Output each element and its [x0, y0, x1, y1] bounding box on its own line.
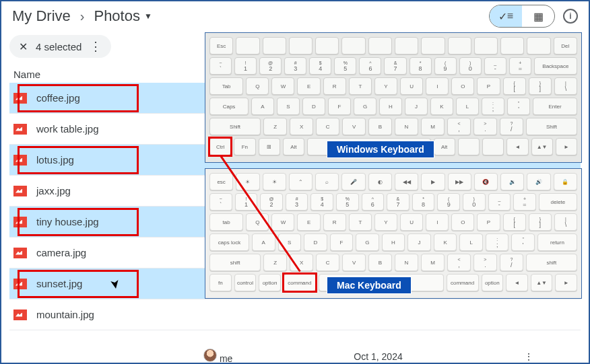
keyboard-key: fn: [209, 274, 232, 291]
keyboard-key: }]: [529, 77, 552, 95]
windows-keyboard: EscDel~`!1@2#3$4%5^6&7*8(9)0_-+=Backspac…: [205, 32, 582, 163]
keyboard-key: L: [459, 233, 483, 251]
row-more-button[interactable]: ⋮: [524, 351, 533, 362]
breadcrumb-current-label: Photos: [94, 7, 140, 25]
image-file-icon: [13, 155, 27, 166]
owner-label: me: [220, 353, 232, 364]
file-name: jaxx.jpg: [36, 185, 71, 196]
file-name: mountain.jpg: [36, 309, 94, 320]
keyboard-key: ▲▼: [531, 138, 553, 155]
keyboard-key: ☀: [263, 173, 286, 190]
keyboard-key: !1: [235, 193, 258, 211]
keyboard-key: N: [395, 118, 418, 135]
file-name: tiny house.jpg: [36, 216, 99, 227]
keyboard-key: J: [407, 233, 431, 251]
keyboard-key: Z: [263, 118, 287, 135]
keyboard-key: )0: [463, 193, 486, 211]
caret-down-icon: ▼: [144, 11, 152, 21]
keyboard-key: >.: [473, 254, 497, 271]
keyboard-key: I: [426, 213, 449, 231]
selection-bar: ✕ 4 selected ⋮: [9, 35, 111, 58]
date-label: Oct 1, 2024: [354, 351, 402, 362]
breadcrumb: My Drive › Photos ▼: [12, 7, 152, 25]
info-button[interactable]: i: [563, 9, 578, 24]
check-icon: ✓: [498, 10, 507, 23]
keyboard-key: 🎤: [341, 173, 365, 190]
grid-view-button[interactable]: ▦: [522, 5, 554, 27]
keyboard-key: option: [259, 274, 281, 291]
keyboard-key: @2: [259, 57, 282, 75]
file-name: sunset.jpg: [36, 278, 82, 289]
keyboard-key: #3: [286, 193, 308, 211]
keyboard-key: $4: [310, 193, 333, 211]
keyboard-key: caps lock: [209, 233, 249, 251]
keyboard-key: [448, 37, 471, 54]
file-row[interactable]: mountain.jpg: [9, 299, 581, 330]
keyboard-key: F: [330, 233, 354, 251]
keyboard-key: ⌕: [315, 173, 339, 190]
file-name: camera.jpg: [36, 247, 86, 258]
keyboard-key: D: [302, 98, 325, 115]
keyboard-key: O: [451, 77, 474, 95]
keyboard-key: E: [297, 213, 320, 231]
keyboard-key: F: [328, 98, 351, 115]
keyboard-key: <,: [447, 118, 471, 135]
keyboard-key: ◀◀: [395, 173, 418, 190]
keyboard-key: R: [323, 77, 346, 95]
keyboard-key: *8: [409, 57, 432, 75]
keyboard-key: _-: [484, 57, 506, 75]
keyboard-key: M: [421, 118, 445, 135]
keyboard-key: E: [297, 77, 320, 95]
keyboard-key: ^6: [359, 57, 381, 75]
keyboard-key: I: [426, 77, 449, 95]
keyboard-key: L: [456, 98, 479, 115]
keyboard-key: _-: [488, 193, 511, 211]
keyboard-key: T: [349, 77, 372, 95]
keyboard-key: K: [430, 98, 453, 115]
keyboard-key: )0: [459, 57, 482, 75]
keyboard-key: :;: [482, 98, 504, 115]
keyboard-key: &7: [384, 57, 406, 75]
keyboard-key: shift: [209, 254, 261, 271]
keyboard-key: X: [290, 118, 313, 135]
keyboard-key: {[: [503, 77, 526, 95]
keyboard-key: control: [234, 274, 257, 291]
keyboard-key: ◄: [506, 274, 528, 291]
keyboard-key: (9: [434, 57, 457, 75]
more-actions-button[interactable]: ⋮: [90, 39, 102, 54]
keyboard-key: Q: [246, 77, 269, 95]
keyboard-key: command: [284, 274, 316, 291]
keyboard-key: ►: [556, 138, 577, 155]
file-name: lotus.jpg: [36, 154, 74, 166]
keyboard-key: W: [271, 77, 294, 95]
keyboard-key: V: [342, 254, 366, 271]
keyboard-key: M: [421, 254, 445, 271]
keyboard-key: $4: [309, 57, 331, 75]
keyboard-key: ▶: [421, 173, 445, 190]
keyboard-key: S: [278, 233, 302, 251]
breadcrumb-root[interactable]: My Drive: [12, 7, 71, 25]
keyboard-key: K: [434, 233, 457, 251]
keyboard-key: "': [511, 233, 535, 251]
keyboard-key: Q: [246, 213, 269, 231]
keyboard-key: @2: [260, 193, 283, 211]
keyboard-key: [341, 37, 365, 54]
clear-selection-button[interactable]: ✕: [19, 40, 28, 53]
keyboard-key: B: [368, 254, 392, 271]
file-name: coffee.jpg: [36, 92, 80, 104]
keyboard-key: [263, 37, 286, 54]
keyboard-key: R: [323, 213, 346, 231]
keyboard-key: H: [379, 98, 402, 115]
breadcrumb-current[interactable]: Photos ▼: [94, 7, 152, 25]
keyboard-key: C: [316, 118, 339, 135]
keyboard-key: (9: [437, 193, 460, 211]
keyboard-key: option: [482, 274, 504, 291]
keyboard-key: [458, 138, 480, 155]
grid-icon: ▦: [533, 10, 544, 23]
list-view-button[interactable]: ✓ ≡: [490, 5, 522, 27]
keyboard-key: U: [400, 213, 423, 231]
keyboard-key: &7: [387, 193, 409, 211]
keyboard-key: ▲▼: [531, 274, 553, 291]
image-file-icon: [13, 310, 27, 320]
image-file-icon: [13, 124, 27, 135]
